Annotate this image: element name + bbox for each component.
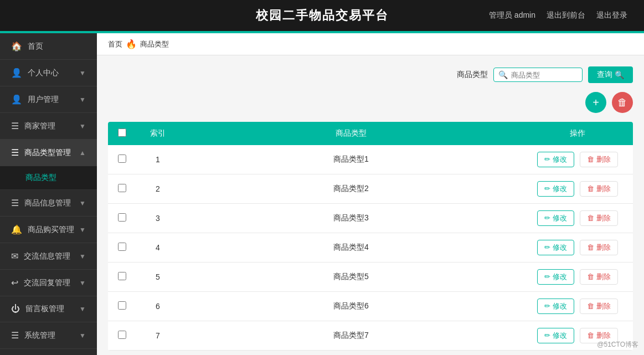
sidebar-item-system[interactable]: ☰ 系统管理 ▼	[0, 322, 97, 349]
remove-button[interactable]: 🗑 删除	[580, 240, 618, 255]
header-right: 管理员 admin 退出到前台 退出登录	[489, 11, 627, 20]
search-input-wrap: 🔍	[493, 68, 583, 82]
row-checkbox[interactable]	[118, 213, 126, 222]
sidebar-exchange-label: 交流信息管理	[24, 251, 70, 261]
modify-button[interactable]: ✏ 修改	[537, 210, 574, 226]
add-icon: +	[593, 96, 599, 109]
sidebar-item-home[interactable]: 🏠 首页	[0, 33, 97, 60]
action-buttons: + 🗑	[108, 92, 633, 113]
row-action: ✏ 修改 🗑 删除	[522, 204, 633, 233]
app-title: 校园二手物品交易平台	[256, 7, 389, 24]
row-index: 1	[136, 145, 180, 174]
row-checkbox[interactable]	[118, 331, 126, 339]
home-icon: 🏠	[11, 41, 22, 52]
sidebar-item-exchange[interactable]: ✉ 交流信息管理 ▼	[0, 243, 97, 270]
add-button[interactable]: +	[585, 92, 606, 113]
modify-button[interactable]: ✏ 修改	[537, 240, 574, 255]
chevron-icon: ▼	[79, 253, 86, 260]
sidebar-user-label: 用户管理	[28, 95, 59, 105]
purchase-icon: 🔔	[11, 224, 22, 235]
chevron-icon: ▼	[79, 279, 86, 287]
sidebar-item-purchase[interactable]: 🔔 商品购买管理 ▼	[0, 217, 97, 243]
remove-button[interactable]: 🗑 删除	[580, 210, 618, 226]
sidebar-item-reply[interactable]: ↩ 交流回复管理 ▼	[0, 270, 97, 296]
goto-front-link[interactable]: 退出到前台	[547, 11, 585, 20]
remove-button[interactable]: 🗑 删除	[580, 181, 618, 197]
content-area: 商品类型 🔍 查询 🔍 + 🗑	[97, 55, 644, 355]
board-icon: ⏻	[11, 304, 20, 314]
modify-button[interactable]: ✏ 修改	[537, 328, 574, 343]
row-index: 3	[136, 204, 180, 233]
search-label: 商品类型	[457, 70, 488, 80]
row-index: 2	[136, 174, 180, 204]
remove-button[interactable]: 🗑 删除	[580, 299, 618, 314]
row-checkbox[interactable]	[118, 301, 126, 310]
table-row: 7 商品类型7 ✏ 修改 🗑 删除	[108, 321, 633, 351]
row-checkbox-cell	[108, 292, 136, 321]
remove-button[interactable]: 🗑 删除	[580, 152, 618, 167]
chevron-icon: ▼	[79, 122, 86, 130]
sidebar-item-category[interactable]: ☰ 商品类型管理 ▲	[0, 140, 97, 166]
modify-button[interactable]: ✏ 修改	[537, 269, 574, 285]
row-type: 商品类型7	[180, 321, 522, 351]
sidebar-item-goods[interactable]: ☰ 商品信息管理 ▼	[0, 190, 97, 217]
row-checkbox[interactable]	[118, 272, 126, 280]
row-checkbox[interactable]	[118, 184, 126, 192]
sidebar-category-label: 商品类型管理	[24, 148, 71, 158]
table-row: 6 商品类型6 ✏ 修改 🗑 删除	[108, 292, 633, 321]
sidebar-purchase-label: 商品购买管理	[28, 225, 74, 235]
row-checkbox[interactable]	[118, 243, 126, 251]
batch-delete-button[interactable]: 🗑	[612, 92, 633, 113]
table-header-index: 索引	[136, 122, 180, 145]
row-action: ✏ 修改 🗑 删除	[522, 233, 633, 263]
search-btn-icon: 🔍	[615, 70, 624, 79]
breadcrumb-home[interactable]: 首页	[108, 39, 122, 49]
modify-button[interactable]: ✏ 修改	[537, 152, 574, 167]
table-row: 5 商品类型5 ✏ 修改 🗑 删除	[108, 263, 633, 292]
breadcrumb-current: 商品类型	[140, 39, 169, 49]
remove-button[interactable]: 🗑 删除	[580, 269, 618, 285]
row-index: 7	[136, 321, 180, 351]
goods-icon: ☰	[11, 198, 19, 208]
row-type: 商品类型2	[180, 174, 522, 204]
logout-link[interactable]: 退出登录	[596, 11, 627, 20]
table-row: 2 商品类型2 ✏ 修改 🗑 删除	[108, 174, 633, 204]
sidebar-goods-label: 商品信息管理	[24, 198, 71, 208]
modify-button[interactable]: ✏ 修改	[537, 299, 574, 314]
search-button[interactable]: 查询 🔍	[588, 66, 633, 83]
table-row: 1 商品类型1 ✏ 修改 🗑 删除	[108, 145, 633, 174]
sidebar-item-profile[interactable]: 👤 个人中心 ▼	[0, 60, 97, 86]
row-type: 商品类型5	[180, 263, 522, 292]
system-icon: ☰	[11, 330, 19, 341]
sidebar-item-board[interactable]: ⏻ 留言板管理 ▼	[0, 296, 97, 322]
row-checkbox[interactable]	[118, 155, 126, 163]
row-checkbox-cell	[108, 145, 136, 174]
row-type: 商品类型3	[180, 204, 522, 233]
watermark: @51CTO博客	[597, 340, 638, 349]
sidebar-subitem-goods-type[interactable]: 商品类型	[0, 166, 97, 190]
chevron-icon: ▼	[79, 69, 86, 77]
chevron-icon: ▲	[79, 149, 86, 157]
data-table-wrap: 索引 商品类型 操作 1	[108, 122, 633, 351]
sidebar-item-user[interactable]: 👤 用户管理 ▼	[0, 86, 97, 113]
modify-button[interactable]: ✏ 修改	[537, 181, 574, 197]
category-icon: ☰	[11, 147, 19, 158]
row-type: 商品类型4	[180, 233, 522, 263]
row-action: ✏ 修改 🗑 删除	[522, 174, 633, 204]
row-index: 4	[136, 233, 180, 263]
row-checkbox-cell	[108, 174, 136, 204]
search-bar: 商品类型 🔍 查询 🔍	[108, 66, 633, 83]
user-icon: 👤	[11, 94, 22, 105]
layout: 🏠 首页 👤 个人中心 ▼ 👤 用户管理 ▼ ☰ 商家管理	[0, 33, 644, 355]
sidebar: 🏠 首页 👤 个人中心 ▼ 👤 用户管理 ▼ ☰ 商家管理	[0, 33, 97, 355]
row-index: 6	[136, 292, 180, 321]
table-header-type: 商品类型	[180, 122, 522, 145]
row-index: 5	[136, 263, 180, 292]
row-checkbox-cell	[108, 204, 136, 233]
search-input[interactable]	[511, 71, 578, 79]
search-icon: 🔍	[498, 70, 508, 79]
select-all-checkbox[interactable]	[118, 128, 126, 137]
sidebar-system-label: 系统管理	[24, 331, 55, 341]
reply-icon: ↩	[11, 277, 18, 288]
sidebar-item-merchant[interactable]: ☰ 商家管理 ▼	[0, 113, 97, 140]
